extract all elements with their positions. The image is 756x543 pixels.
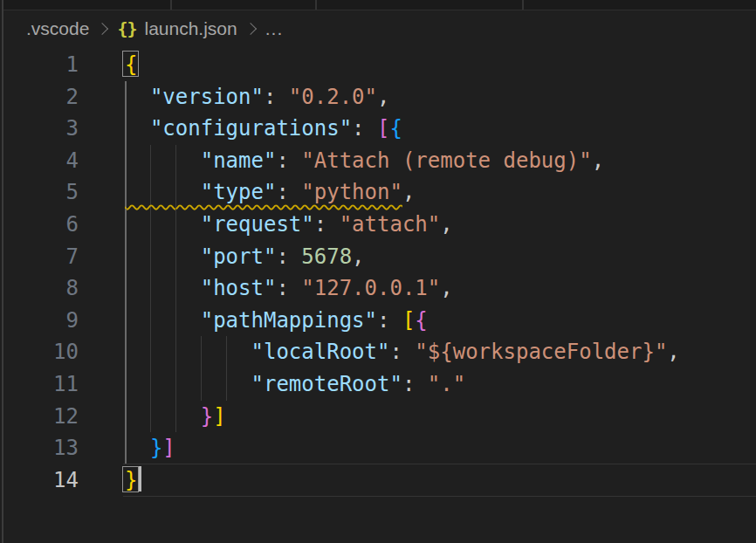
- code-line[interactable]: 4 "name": "Attach (remote debug)",: [0, 145, 756, 177]
- code-token: "remoteRoot": [251, 372, 402, 396]
- line-number[interactable]: 9: [0, 305, 79, 337]
- code-line[interactable]: 11 "remoteRoot": ".": [0, 368, 756, 401]
- code-token: [415, 372, 427, 396]
- code-token: "version": [150, 85, 264, 109]
- code-line-content[interactable]: }: [125, 464, 141, 497]
- tab-strip: [3, 0, 756, 10]
- line-number[interactable]: 1: [0, 49, 79, 81]
- breadcrumb-symbol-ellipsis[interactable]: ...: [265, 18, 284, 39]
- vscode-editor-window: .vscode {} launch.json ... 1{2 "version"…: [0, 0, 756, 543]
- code-line[interactable]: 14}: [0, 464, 756, 497]
- line-number[interactable]: 5: [0, 176, 79, 209]
- tab-separator: [522, 0, 524, 10]
- chevron-right-icon: [96, 23, 108, 35]
- breadcrumb-folder[interactable]: .vscode: [26, 18, 89, 39]
- code-line[interactable]: 12 }]: [0, 401, 756, 433]
- code-line-content[interactable]: "request": "attach",: [125, 209, 453, 241]
- code-line[interactable]: 7 "port": 5678,: [0, 241, 756, 273]
- code-token: [402, 340, 415, 364]
- code-token: ,: [352, 244, 364, 269]
- code-token: [125, 308, 201, 333]
- line-number[interactable]: 7: [0, 241, 79, 273]
- code-token: :: [314, 212, 326, 237]
- code-line-content[interactable]: "type": "python", "type": "python": [125, 176, 415, 209]
- code-token: [125, 180, 201, 204]
- code-token: [125, 372, 251, 396]
- code-line[interactable]: 5 "type": "python", "type": "python": [0, 176, 756, 209]
- code-token: :: [276, 180, 288, 204]
- code-token: :: [389, 340, 402, 364]
- code-token: ]: [213, 404, 225, 429]
- code-token: {: [415, 308, 427, 333]
- code-token: [326, 212, 339, 237]
- code-token: [125, 340, 251, 364]
- code-token: "configurations": [150, 116, 352, 141]
- code-token: [125, 276, 201, 300]
- line-number[interactable]: 3: [0, 113, 79, 145]
- code-token: :: [352, 116, 364, 141]
- code-token: ,: [440, 276, 452, 300]
- code-line-content[interactable]: "name": "Attach (remote debug)",: [125, 145, 604, 177]
- code-line-content[interactable]: "port": 5678,: [125, 241, 365, 273]
- matched-bracket: {: [125, 52, 137, 77]
- code-token: [289, 244, 301, 269]
- code-token: [: [377, 116, 389, 141]
- code-token: ,: [402, 180, 415, 204]
- code-token: :: [264, 85, 276, 109]
- code-token: {: [389, 116, 402, 141]
- code-token: "request": [201, 212, 314, 237]
- line-number[interactable]: 4: [0, 145, 79, 177]
- line-number[interactable]: 2: [0, 81, 79, 113]
- code-token: [125, 404, 201, 429]
- code-token: [289, 276, 301, 300]
- code-token: [125, 436, 150, 460]
- code-line[interactable]: 13 }]: [0, 432, 756, 464]
- line-number[interactable]: 14: [0, 464, 79, 497]
- line-number[interactable]: 13: [0, 432, 79, 464]
- editor-left-border: [2, 0, 3, 543]
- breadcrumb-file[interactable]: launch.json: [144, 18, 237, 39]
- code-line[interactable]: 6 "request": "attach",: [0, 209, 756, 241]
- code-line-content[interactable]: "localRoot": "${workspaceFolder}",: [125, 336, 680, 368]
- code-line[interactable]: 1{: [0, 49, 756, 81]
- code-token: "127.0.0.1": [301, 276, 440, 300]
- code-token: [365, 116, 377, 141]
- code-token: }: [150, 436, 162, 460]
- code-token: [: [402, 308, 415, 333]
- code-token: [389, 308, 402, 333]
- code-line[interactable]: 10 "localRoot": "${workspaceFolder}",: [0, 336, 756, 368]
- code-line-content[interactable]: "version": "0.2.0",: [125, 81, 389, 113]
- line-number[interactable]: 8: [0, 272, 79, 305]
- code-line-content[interactable]: "remoteRoot": ".": [125, 368, 465, 401]
- code-line[interactable]: 8 "host": "127.0.0.1",: [0, 272, 756, 305]
- line-number[interactable]: 12: [0, 401, 79, 433]
- line-number[interactable]: 10: [0, 336, 79, 368]
- code-token: "python": [301, 180, 402, 204]
- matched-bracket: }: [125, 468, 137, 492]
- line-number[interactable]: 11: [0, 368, 79, 401]
- code-token: "0.2.0": [289, 85, 377, 109]
- code-line[interactable]: 3 "configurations": [{: [0, 113, 756, 145]
- code-line-content[interactable]: "host": "127.0.0.1",: [125, 272, 453, 305]
- code-line-content[interactable]: "pathMappings": [{: [125, 305, 428, 337]
- code-line-content[interactable]: {: [125, 49, 137, 81]
- code-token: "attach": [340, 212, 441, 237]
- code-token: [125, 244, 201, 269]
- code-line-content[interactable]: }]: [125, 401, 226, 433]
- code-token: :: [377, 308, 389, 333]
- code-token: :: [402, 372, 415, 396]
- code-token: ".": [428, 372, 465, 396]
- code-editor[interactable]: 1{2 "version": "0.2.0",3 "configurations…: [0, 49, 756, 543]
- code-token: ,: [667, 340, 679, 364]
- tab-separator: [170, 0, 172, 10]
- code-line[interactable]: 2 "version": "0.2.0",: [0, 81, 756, 113]
- code-line[interactable]: 9 "pathMappings": [{: [0, 305, 756, 337]
- code-token: "Attach (remote debug)": [301, 148, 591, 173]
- code-token: "type": [201, 180, 277, 204]
- code-line-content[interactable]: }]: [125, 432, 175, 464]
- code-token: [289, 180, 301, 204]
- code-token: "localRoot": [251, 340, 390, 364]
- code-token: :: [276, 148, 288, 173]
- line-number[interactable]: 6: [0, 209, 79, 241]
- code-line-content[interactable]: "configurations": [{: [125, 113, 402, 145]
